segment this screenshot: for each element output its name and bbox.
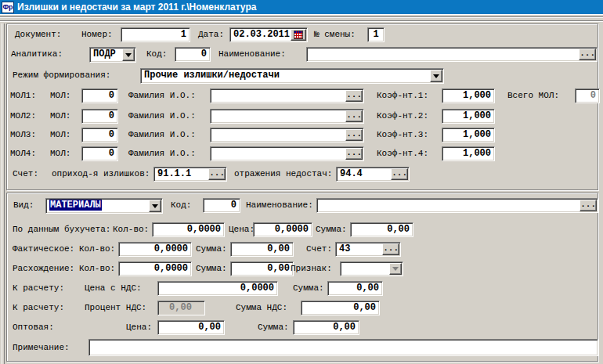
- book-sum-input[interactable]: 0,00: [350, 222, 413, 237]
- surplus-account-input[interactable]: 91.1.1: [155, 168, 208, 180]
- book-data-label: По данным бухучета:: [13, 225, 110, 234]
- book-price-input[interactable]: 0,0000: [253, 222, 312, 237]
- selected-text: МАТЕРИАЛЫ: [49, 200, 102, 211]
- note-input[interactable]: [88, 339, 598, 356]
- mol4-name-field[interactable]: ...: [210, 146, 364, 161]
- shift-number-label: № смены:: [314, 30, 356, 39]
- mol4-coef-input[interactable]: 1,000: [442, 146, 495, 161]
- app-icon[interactable]: Фр: [2, 2, 14, 13]
- analytics-combo-button[interactable]: [122, 49, 135, 61]
- mol4-row: МОЛ4: МОЛ: 0 Фамилия И.О.: ... Коэф-нт.4…: [7, 146, 598, 163]
- mol2-coef-label: Коэф-нт.2:: [377, 111, 428, 121]
- fact-account-field[interactable]: 43 ...: [335, 242, 401, 257]
- fact-account-browse-button[interactable]: ...: [382, 243, 399, 255]
- analytics-name-field[interactable]: ...: [306, 47, 598, 62]
- diff-sum-input[interactable]: 0,00: [230, 261, 294, 276]
- fact-sum-input[interactable]: 0,00: [230, 242, 294, 257]
- mol3-label: МОЛ3:: [10, 130, 36, 139]
- fact-account-label: Счет:: [306, 244, 332, 254]
- mol2-code-input[interactable]: 0: [81, 109, 118, 124]
- analytics-combo[interactable]: ПОДР: [89, 47, 136, 63]
- mode-combo[interactable]: Прочие излишки/недостачи: [140, 68, 444, 84]
- wholesale-sum-input[interactable]: 0,00: [293, 320, 359, 335]
- analytics-combo-value: ПОДР: [91, 49, 122, 61]
- analytics-browse-button[interactable]: ...: [579, 49, 596, 60]
- doc-date-field[interactable]: 02.03.2011: [229, 27, 308, 42]
- mol2-name-field[interactable]: ...: [210, 109, 364, 124]
- kind-combo[interactable]: МАТЕРИАЛЫ: [45, 198, 163, 214]
- calc-price-input[interactable]: 0,0000: [157, 281, 278, 296]
- mol-code-label: МОЛ:: [50, 91, 70, 100]
- calc-label: К расчету:: [13, 283, 64, 293]
- mol2-coef-input[interactable]: 1,000: [442, 109, 495, 124]
- mol3-code-input[interactable]: 0: [81, 128, 118, 142]
- book-sum-label: Сумма:: [316, 225, 347, 234]
- mol1-browse-button[interactable]: ...: [345, 90, 363, 102]
- shortage-account-input[interactable]: 94.4: [338, 168, 391, 180]
- analytics-code-label: Код:: [146, 49, 167, 59]
- window-title: Излишки и недостачи за март 2011 г.\Номе…: [17, 2, 256, 13]
- doc-number-input[interactable]: 1: [121, 27, 190, 42]
- surplus-browse-button[interactable]: ...: [208, 168, 226, 180]
- shortage-browse-button[interactable]: ...: [391, 168, 408, 180]
- date-label: Дата:: [198, 30, 224, 39]
- mol1-name-field[interactable]: ...: [210, 88, 364, 103]
- window-frame-left: [2, 23, 5, 364]
- mol3-coef-label: Коэф-нт.3:: [377, 130, 428, 139]
- mol3-name-input[interactable]: [211, 129, 345, 141]
- mol4-name-input[interactable]: [211, 148, 345, 160]
- doc-date-input[interactable]: 02.03.2011: [231, 29, 291, 41]
- title-bar: Фр Излишки и недостачи за март 2011 г.\Н…: [0, 0, 603, 14]
- toolbar-groove: [0, 14, 603, 23]
- mol2-browse-button[interactable]: ...: [345, 110, 363, 122]
- mode-combo-button[interactable]: [430, 70, 442, 82]
- mol3-row: МОЛ3: МОЛ: 0 Фамилия И.О.: ... Коэф-нт.3…: [7, 128, 598, 144]
- mol3-coef-input[interactable]: 1,000: [442, 128, 495, 142]
- mol4-code-input[interactable]: 0: [81, 146, 118, 161]
- mol4-browse-button[interactable]: ...: [345, 148, 363, 160]
- mol3-browse-button[interactable]: ...: [345, 129, 363, 141]
- mode-label: Режим формирования:: [13, 70, 110, 80]
- mol1-label: МОЛ1:: [10, 91, 36, 100]
- fact-row: Фактическое: Кол-во: 0,0000 Сумма: 0,00 …: [7, 242, 598, 258]
- book-price-label: Цена:: [229, 225, 255, 234]
- calc-label: К расчету:: [13, 303, 64, 312]
- book-qty-input[interactable]: 0,0000: [152, 222, 225, 237]
- wholesale-sum-label: Сумма:: [258, 323, 289, 332]
- calc-vat-row: К расчету: Процент НДС: 0,00 Сумма НДС: …: [7, 301, 598, 317]
- mol1-code-input[interactable]: 0: [81, 88, 118, 103]
- mol4-coef-label: Коэф-нт.4:: [377, 149, 428, 158]
- item-browse-button[interactable]: ...: [580, 200, 597, 211]
- document-label: Документ:: [15, 30, 61, 39]
- kind-combo-button[interactable]: [149, 200, 161, 212]
- note-row: Примечание:: [7, 339, 598, 358]
- dropdown-arrow-icon: [392, 267, 399, 274]
- sign-combo-value: [341, 263, 389, 275]
- mol1-name-input[interactable]: [211, 90, 345, 102]
- analytics-code-input[interactable]: 0: [175, 47, 211, 62]
- mol2-name-label: Фамилия И.О.:: [128, 111, 196, 121]
- calc-sum-input[interactable]: 0,00: [327, 281, 383, 296]
- vat-sum-input[interactable]: 0,00: [301, 301, 380, 315]
- mol1-coef-input[interactable]: 1,000: [442, 88, 495, 103]
- wholesale-price-input[interactable]: 0,00: [157, 320, 225, 335]
- kind-label: Вид:: [13, 200, 34, 210]
- item-code-input[interactable]: 0: [203, 198, 240, 213]
- analytics-label: Аналитика:: [11, 49, 63, 59]
- calendar-button[interactable]: [291, 29, 306, 41]
- mol1-coef-label: Коэф-нт.1:: [377, 91, 428, 100]
- diff-qty-label: Кол-во:: [79, 264, 115, 273]
- item-panel: Вид: МАТЕРИАЛЫ Код: 0 Наименование: ... …: [6, 193, 598, 362]
- mol3-name-field[interactable]: ...: [210, 128, 364, 142]
- diff-qty-input[interactable]: 0,0000: [118, 261, 192, 276]
- fact-qty-input[interactable]: 0,0000: [118, 242, 192, 257]
- wholesale-row: Оптовая: Цена: 0,00 Сумма: 0,00: [7, 320, 598, 337]
- shortage-account-field[interactable]: 94.4 ...: [336, 167, 410, 182]
- shift-number-input[interactable]: 1: [367, 27, 385, 42]
- analytics-name-input[interactable]: [308, 49, 579, 60]
- fact-account-input[interactable]: 43: [337, 243, 382, 255]
- item-name-field[interactable]: ...: [316, 198, 598, 213]
- item-name-input[interactable]: [318, 200, 580, 211]
- mol2-name-input[interactable]: [211, 110, 345, 122]
- surplus-account-field[interactable]: 91.1.1 ...: [153, 167, 227, 182]
